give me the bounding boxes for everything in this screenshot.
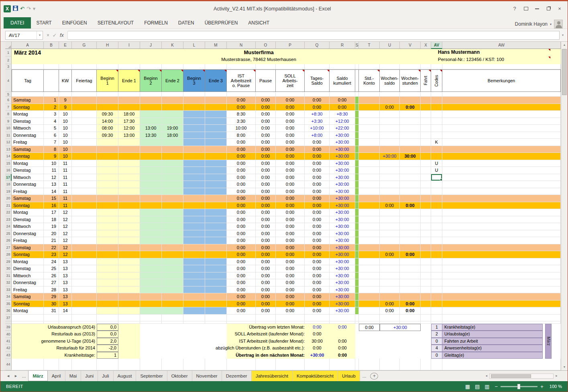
cell-A9[interactable]: Dienstag (12, 118, 44, 125)
cell-L37[interactable] (183, 315, 205, 322)
cell-K12[interactable] (162, 139, 183, 146)
cell-E6[interactable]: 9 (59, 97, 72, 104)
cell-U31[interactable] (380, 272, 400, 280)
sheet-tab-overflow[interactable]: ... (360, 371, 369, 381)
column-header-M[interactable]: M (205, 42, 227, 49)
table-header-V[interactable]: Wochen- stunden (400, 69, 421, 92)
cell-AV24[interactable] (431, 223, 442, 230)
cell-M12[interactable] (205, 139, 227, 146)
cell-O34[interactable]: 0:00 (256, 293, 276, 301)
cell-T31[interactable] (359, 272, 380, 280)
cell-G19[interactable] (72, 188, 97, 195)
cell-T11[interactable] (359, 132, 380, 139)
table-header-R[interactable]: Saldo kumuliert (330, 69, 355, 92)
cell-K28[interactable] (162, 251, 183, 258)
cell-T20[interactable] (359, 195, 380, 202)
row-header-21[interactable]: 21 (5, 202, 12, 209)
cell-S19[interactable] (355, 188, 359, 195)
cell-H19[interactable] (97, 188, 118, 195)
cell-X30[interactable] (421, 265, 431, 272)
cell-E27[interactable]: 12 (59, 244, 72, 252)
cell-AV9[interactable] (431, 118, 442, 125)
cell-V7[interactable]: 0:00 (400, 104, 421, 111)
cell-J12[interactable] (140, 139, 162, 146)
cell-K17[interactable] (162, 174, 183, 181)
cell-N7[interactable]: 0:00 (227, 104, 256, 111)
cell-O10[interactable]: 0:00 (256, 125, 276, 132)
cell-R28[interactable]: +30:00 (330, 251, 355, 258)
cell-T14[interactable] (359, 153, 380, 160)
cell-B30[interactable]: 25 (44, 265, 59, 272)
horizontal-scrollbar[interactable]: ◄ ► (483, 371, 560, 381)
cell-S6[interactable] (355, 97, 359, 104)
cell-E17[interactable]: 11 (59, 174, 72, 181)
cell-X23[interactable] (421, 216, 431, 223)
cell-R18[interactable]: +30:00 (330, 181, 355, 188)
cell-L31[interactable] (183, 272, 205, 280)
cell-N16[interactable]: 0:00 (227, 167, 256, 174)
cell-O35[interactable]: 0:00 (256, 301, 276, 308)
cell-P27[interactable]: 0:00 (276, 244, 305, 252)
cell-J6[interactable] (140, 97, 162, 104)
cell-R5[interactable] (330, 92, 355, 97)
cell-Q16[interactable]: 0:00 (305, 167, 330, 174)
cell-R32[interactable]: +30:00 (330, 279, 355, 286)
cell-I11[interactable]: 13:00 (118, 132, 140, 139)
cell-X15[interactable] (421, 160, 431, 167)
cell-L29[interactable] (183, 258, 205, 266)
cell-M13[interactable] (205, 146, 227, 153)
cell-L9[interactable] (183, 118, 205, 125)
sheet-tab-august[interactable]: August (114, 371, 136, 381)
cell-AW29[interactable] (442, 258, 561, 266)
cell-H26[interactable] (97, 237, 118, 244)
table-header-Q[interactable]: Tages- Saldo (305, 69, 330, 92)
cell-I25[interactable] (118, 230, 140, 238)
cell-P16[interactable]: 0:00 (276, 167, 305, 174)
row-header-10[interactable]: 10 (5, 125, 12, 132)
cell-J31[interactable] (140, 272, 162, 280)
cell-G30[interactable] (72, 265, 97, 272)
cell-N14[interactable]: 0:00 (227, 153, 256, 160)
ribbon-tab-datei[interactable]: DATEI (4, 17, 31, 28)
account-area[interactable]: Dominik Hayon ▾ (515, 20, 568, 28)
cell-K11[interactable]: 18:00 (162, 132, 183, 139)
cell-I31[interactable] (118, 272, 140, 280)
column-header-I[interactable]: I (118, 42, 140, 49)
cell-V29[interactable] (400, 258, 421, 266)
cell-H15[interactable] (97, 160, 118, 167)
cell-Q37[interactable] (305, 315, 330, 322)
row-header-20[interactable]: 20 (5, 195, 12, 202)
row-header-16[interactable]: 16 (5, 167, 12, 174)
cell-H44[interactable] (97, 359, 118, 370)
cell-X24[interactable] (421, 223, 431, 230)
cell-U21[interactable]: 0:00 (380, 202, 400, 209)
cell-AV12[interactable]: K (431, 139, 442, 146)
zoom-out-button[interactable]: − (492, 384, 501, 390)
cell-V24[interactable] (400, 223, 421, 230)
cell-A35[interactable]: Sonntag (12, 301, 44, 308)
restore-button[interactable] (543, 4, 554, 14)
cell-X18[interactable] (421, 181, 431, 188)
cell-E10[interactable]: 10 (59, 125, 72, 132)
cell-M10[interactable] (205, 125, 227, 132)
cell-AV34[interactable] (431, 293, 442, 301)
cell-N44[interactable] (227, 359, 256, 370)
cell-J36[interactable] (140, 307, 162, 315)
cell-M9[interactable] (205, 118, 227, 125)
table-header-L[interactable]: Beginn 3 (183, 69, 205, 92)
cell-U34[interactable] (380, 293, 400, 301)
cell-K8[interactable] (162, 111, 183, 118)
cell-V32[interactable] (400, 279, 421, 286)
cell-X7[interactable] (421, 104, 431, 111)
cell-E30[interactable]: 13 (59, 265, 72, 272)
cell-I17[interactable] (118, 174, 140, 181)
cell-N36[interactable]: 0:00 (227, 307, 256, 315)
table-header-E[interactable]: KW (59, 69, 72, 92)
cell-X31[interactable] (421, 272, 431, 280)
cell-AV18[interactable] (431, 181, 442, 188)
cell-T6[interactable] (359, 97, 380, 104)
cell-A12[interactable]: Freitag (12, 139, 44, 146)
cell-AV20[interactable] (431, 195, 442, 202)
cell-X19[interactable] (421, 188, 431, 195)
cell-AW20[interactable] (442, 195, 561, 202)
